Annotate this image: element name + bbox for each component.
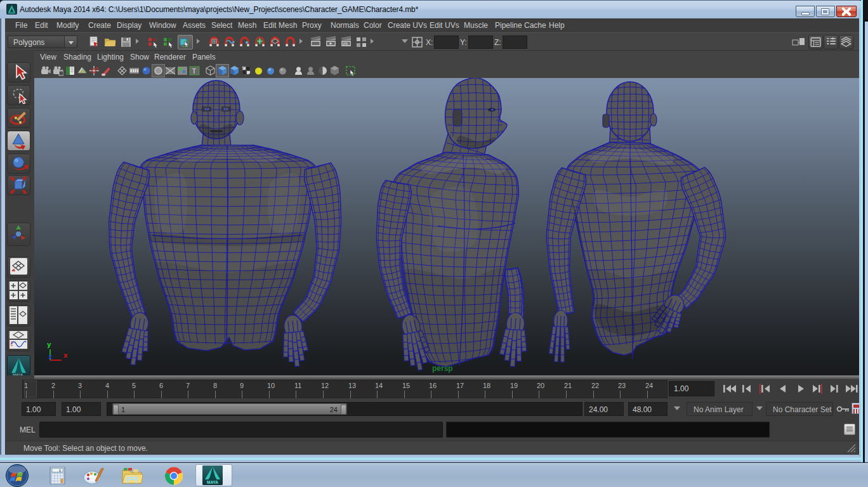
svg-text:MAYA: MAYA [207, 480, 218, 484]
svg-text:y: y [47, 341, 51, 349]
svg-text:IPR: IPR [343, 42, 348, 46]
svg-text:MAYA: MAYA [13, 373, 23, 375]
svg-text:T: T [192, 67, 197, 75]
svg-text:z: z [48, 353, 53, 361]
svg-text:0: 0 [59, 469, 61, 473]
svg-text:x: x [63, 352, 68, 360]
